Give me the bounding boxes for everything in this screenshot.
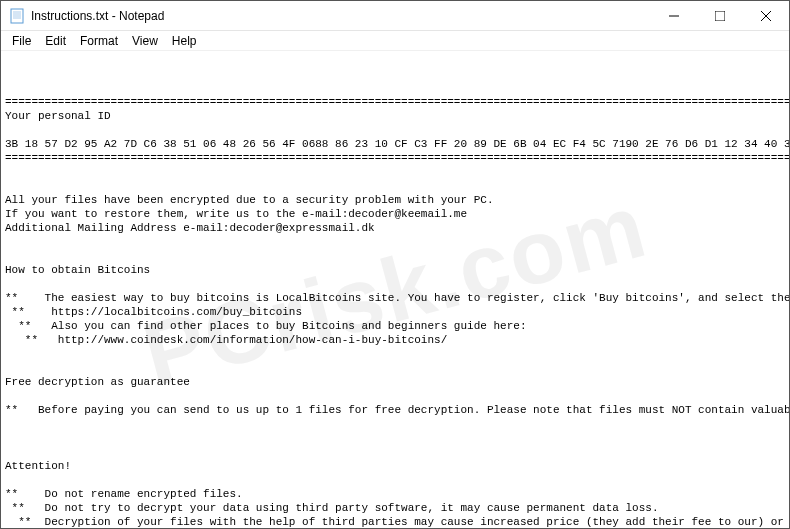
titlebar: Instructions.txt - Notepad [1,1,789,31]
minimize-button[interactable] [651,1,697,31]
text-content-area[interactable]: PCrisk.com =============================… [1,51,789,528]
menubar: File Edit Format View Help [1,31,789,51]
notepad-icon [9,8,25,24]
menu-edit[interactable]: Edit [38,32,73,50]
menu-format[interactable]: Format [73,32,125,50]
menu-file[interactable]: File [5,32,38,50]
window-title: Instructions.txt - Notepad [31,9,651,23]
menu-help[interactable]: Help [165,32,204,50]
window-controls [651,1,789,31]
document-text: ========================================… [5,95,785,528]
svg-rect-6 [715,11,725,21]
close-button[interactable] [743,1,789,31]
menu-view[interactable]: View [125,32,165,50]
maximize-button[interactable] [697,1,743,31]
